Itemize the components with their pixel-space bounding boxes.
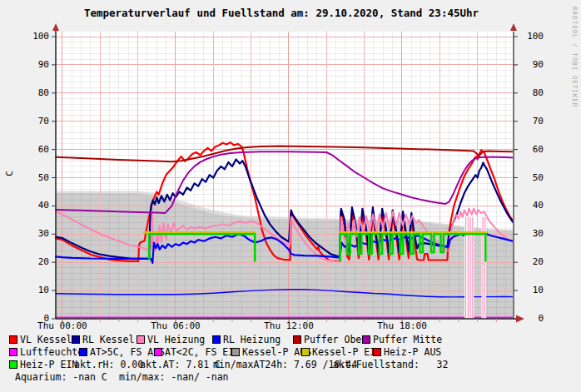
x-tick-label: Thu 12:00: [256, 321, 322, 331]
rrd-graph-page: { "title": "Temperaturverlauf und Fuells…: [0, 0, 581, 392]
legend-label: RL Heizung: [223, 335, 281, 345]
y-tick-label-right: 40: [520, 201, 544, 211]
legend-swatch: [362, 335, 370, 344]
legend-label: Heiz-P AUS: [384, 347, 441, 358]
status-value: akt.Fuellstand: 32: [333, 360, 448, 370]
legend-label: VL Heizung: [147, 335, 205, 345]
y-tick-label-left: 10: [22, 285, 49, 295]
x-tick-label: Thu 06:00: [142, 321, 209, 331]
x-tick-label: Thu 00:00: [29, 321, 96, 331]
y-tick-label-left: 30: [22, 229, 49, 239]
y-tick-label-right: 30: [520, 229, 544, 239]
y-tick-label-left: 70: [22, 117, 49, 127]
x-tick-label: Thu 18:00: [369, 321, 435, 331]
y-axis-arrow-right: [510, 23, 517, 31]
legend-label: Kessel-P EIN: [312, 347, 381, 358]
y-tick-label-right: 50: [520, 173, 544, 183]
y-tick-label-left: 40: [22, 201, 49, 211]
legend-swatch: [9, 360, 17, 369]
legend-swatch: [72, 335, 80, 344]
rrdtool-watermark: RRDTOOL / TOBI OETIKER: [571, 7, 579, 107]
chart-title: Temperaturverlauf und Fuellstand am: 29.…: [0, 7, 563, 19]
y-tick-label-left: 90: [22, 60, 49, 70]
legend-label: Puffer Oben: [304, 335, 367, 345]
legend-label: AT<2C, FS EIN: [165, 347, 240, 358]
legend-label: Heiz-P EIN: [20, 360, 77, 370]
y-tick-label-right: 100: [520, 32, 544, 42]
y-tick-label-right: 0: [520, 314, 544, 324]
y-axis-arrow-left: [52, 23, 59, 31]
legend-swatch: [231, 348, 240, 356]
y-tick-label-left: 60: [22, 145, 49, 155]
series-puffer-oben: [56, 146, 514, 162]
y-axis-unit-label: C: [4, 171, 15, 176]
legend-swatch: [9, 348, 17, 356]
legend-swatch: [212, 335, 221, 344]
legend-label: VL Kessel: [20, 335, 72, 345]
status-value: Aquarium: -nan C: [15, 372, 107, 383]
status-value: akt.rH: 0.00: [74, 360, 143, 370]
legend-label: RL Kessel: [82, 335, 134, 345]
y-tick-label-right: 20: [520, 257, 544, 267]
legend-label: Luftfeuchte: [20, 347, 83, 358]
y-tick-label-right: 60: [520, 145, 544, 155]
y-tick-label-right: 80: [520, 88, 544, 98]
legend-label: Puffer Mitte: [373, 335, 442, 345]
y-tick-label-left: 80: [22, 88, 49, 98]
status-value: min/max: -nan/ -nan: [119, 372, 229, 383]
status-value: akt.AT: 7.81 C: [140, 360, 221, 370]
legend-swatch: [79, 348, 87, 356]
y-tick-label-left: 50: [22, 173, 49, 183]
y-tick-label-right: 70: [520, 117, 544, 127]
y-tick-label-right: 90: [520, 60, 544, 70]
y-tick-label-left: 100: [22, 32, 49, 42]
legend-swatch: [373, 348, 381, 356]
legend-swatch: [301, 348, 310, 356]
plot-canvas: [56, 32, 514, 319]
legend-swatch: [137, 335, 145, 344]
y-tick-label-right: 10: [520, 285, 544, 295]
legend-swatch: [154, 348, 162, 356]
legend-swatch: [9, 335, 17, 344]
y-tick-label-left: 20: [22, 257, 49, 267]
legend-swatch: [293, 335, 301, 344]
